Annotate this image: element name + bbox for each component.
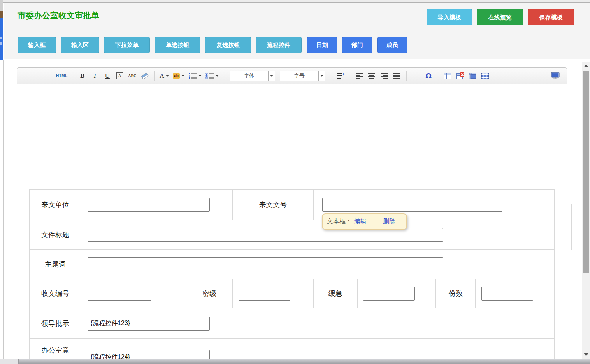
html-source-button[interactable]: HTML — [56, 71, 68, 81]
indent-button[interactable] — [336, 71, 345, 81]
underline-button[interactable]: U — [103, 71, 112, 81]
cell-properties-button[interactable] — [481, 71, 489, 81]
add-radio-button[interactable]: 单选按钮 — [155, 37, 200, 53]
scroll-down-button[interactable] — [582, 350, 590, 359]
add-department-button[interactable]: 部门 — [342, 37, 372, 53]
receipt-number-cell — [81, 279, 186, 308]
subject-cell — [81, 250, 554, 279]
secrecy-input[interactable] — [239, 287, 290, 301]
background-window-icon — [0, 11, 3, 18]
page-title: 市委办公室收文审批单 — [18, 10, 99, 21]
ordered-list-button[interactable] — [188, 71, 202, 81]
table-properties-icon — [469, 73, 476, 79]
arrow-down-icon — [584, 353, 588, 356]
import-template-button[interactable]: 导入模板 — [427, 9, 472, 25]
table-row: 领导批示 — [30, 308, 554, 338]
remove-format-button[interactable] — [140, 71, 149, 81]
chevron-down-icon — [166, 75, 169, 77]
urgency-label: 缓急 — [313, 279, 357, 308]
delete-field-link[interactable]: 删除 — [383, 218, 395, 226]
subject-label: 主题词 — [30, 250, 81, 279]
ordered-list-icon — [188, 73, 197, 79]
toolbar-separator — [406, 71, 407, 81]
font-color-a-icon: A — [160, 72, 164, 80]
font-family-select[interactable]: 字体 — [230, 71, 275, 81]
unordered-list-icon — [205, 73, 214, 79]
table-row: 来文单位 来文文号 — [30, 190, 554, 220]
toolbar-separator — [154, 71, 155, 81]
table-properties-button[interactable] — [468, 71, 477, 81]
toolbar-separator — [73, 71, 73, 81]
eraser-icon — [140, 72, 149, 79]
toolbar-separator — [438, 71, 438, 81]
select-arrow-button[interactable] — [319, 71, 325, 81]
copies-label: 份数 — [435, 279, 475, 308]
strikethrough-button[interactable]: ABC — [128, 71, 137, 81]
page-left-border — [3, 60, 4, 359]
save-template-button[interactable]: 保存模板 — [528, 9, 574, 25]
table-delete-icon — [456, 72, 464, 79]
bold-button[interactable]: B — [78, 71, 87, 81]
add-checkbox-button[interactable]: 复选按钮 — [205, 37, 251, 53]
monitor-icon — [551, 72, 560, 80]
unordered-list-button[interactable] — [205, 71, 219, 81]
select-arrow-button[interactable] — [269, 71, 275, 81]
delete-table-button[interactable] — [456, 71, 464, 81]
chevron-down-icon — [320, 75, 323, 77]
italic-button[interactable]: I — [91, 71, 99, 81]
edit-field-link[interactable]: 编辑 — [354, 218, 367, 226]
horizontal-rule-button[interactable]: — — [412, 71, 420, 81]
highlight-color-button[interactable]: ab — [173, 71, 184, 81]
insert-table-button[interactable] — [443, 71, 452, 81]
source-unit-label: 来文单位 — [30, 190, 81, 220]
doc-number-input[interactable] — [322, 198, 502, 212]
toolbar-separator — [331, 71, 331, 81]
align-left-button[interactable] — [355, 71, 364, 81]
scrollbar-thumb[interactable] — [583, 71, 589, 273]
leader-note-input[interactable] — [88, 317, 210, 331]
add-member-button[interactable]: 成员 — [377, 37, 407, 53]
background-window-mark — [0, 42, 2, 45]
background-window-mark — [0, 37, 2, 39]
special-char-button[interactable]: Ω — [424, 71, 433, 81]
leader-note-cell — [81, 308, 554, 338]
highlight-icon: ab — [173, 73, 180, 79]
boxed-a-icon: A — [116, 72, 123, 79]
source-unit-input[interactable] — [88, 198, 210, 212]
font-color-button[interactable]: A — [160, 71, 169, 81]
app-header: 市委办公室收文审批单 输入框 输入区 下拉菜单 单选按钮 复选按钮 流程控件 日… — [4, 3, 590, 59]
fullscreen-button[interactable] — [551, 71, 560, 81]
leader-note-label: 领导批示 — [30, 308, 81, 338]
online-preview-button[interactable]: 在线预览 — [477, 9, 523, 25]
add-flow-control-button[interactable]: 流程控件 — [256, 37, 302, 53]
scroll-up-button[interactable] — [582, 62, 590, 70]
field-edit-tooltip: 文本框： 编辑 删除 — [322, 213, 407, 230]
font-style-button[interactable]: A — [116, 71, 124, 81]
vertical-scrollbar[interactable] — [582, 62, 590, 359]
add-date-button[interactable]: 日期 — [307, 37, 337, 53]
tooltip-label: 文本框： — [327, 218, 352, 226]
secrecy-label: 密级 — [186, 279, 232, 308]
receipt-number-label: 收文编号 — [30, 279, 81, 308]
form-table: 来文单位 来文文号 文件标题 主题词 收文编号 密 — [29, 189, 555, 364]
doc-title-cell — [81, 220, 554, 249]
add-input-box-button[interactable]: 输入框 — [18, 37, 56, 53]
add-dropdown-button[interactable]: 下拉菜单 — [104, 37, 150, 53]
receipt-number-input[interactable] — [88, 287, 151, 301]
background-window-blue — [0, 18, 3, 60]
doc-number-label: 来文文号 — [232, 190, 313, 220]
align-right-button[interactable] — [380, 71, 389, 81]
align-justify-button[interactable] — [393, 71, 401, 81]
align-center-button[interactable] — [368, 71, 376, 81]
subject-input[interactable] — [88, 257, 443, 271]
bottom-scrollbar[interactable] — [0, 359, 590, 364]
urgency-cell — [357, 279, 436, 308]
table-row: 文件标题 — [30, 220, 554, 249]
align-left-icon — [356, 73, 363, 79]
urgency-input[interactable] — [363, 287, 415, 301]
add-textarea-button[interactable]: 输入区 — [61, 37, 99, 53]
align-right-icon — [381, 73, 388, 79]
copies-input[interactable] — [481, 287, 533, 301]
font-size-select[interactable]: 字号 — [280, 71, 325, 81]
editor-toolbar: HTML B I U A ABC A ab — [17, 68, 567, 84]
